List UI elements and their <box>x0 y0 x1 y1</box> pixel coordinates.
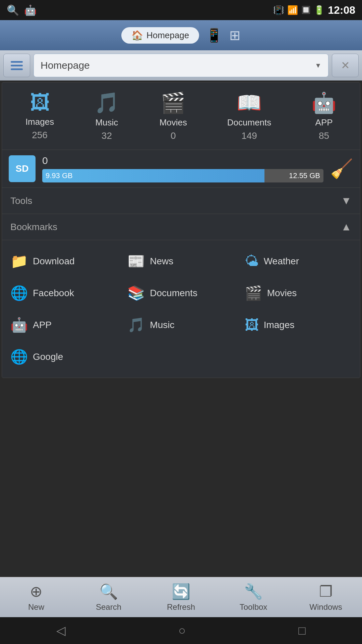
home-icon: 🏠 <box>131 30 143 41</box>
category-movies[interactable]: 🎬 Movies 0 <box>160 91 187 141</box>
toolbox-label: Toolbox <box>240 602 267 612</box>
home-button[interactable]: ○ <box>178 624 186 638</box>
battery-icon: 🔋 <box>314 5 324 15</box>
search-nav-icon: 🔍 <box>99 583 118 600</box>
storage-section: SD 0 9.93 GB 12.55 GB 🧹 <box>2 150 360 188</box>
recents-button[interactable]: □ <box>298 624 306 638</box>
nav-windows[interactable]: ❐ Windows <box>296 583 356 612</box>
url-text: Homepage <box>41 60 90 71</box>
windows-icon: ❐ <box>319 583 333 600</box>
broom-icon[interactable]: 🧹 <box>330 158 353 180</box>
main-content: 🖼 Images 256 🎵 Music 32 🎬 Movies 0 📖 Doc… <box>2 82 360 378</box>
storage-count: 0 <box>42 155 323 166</box>
storage-labels: 9.93 GB 12.55 GB <box>42 169 323 182</box>
bookmark-download[interactable]: 📁 Download <box>7 247 121 275</box>
nav-search[interactable]: 🔍 Search <box>78 583 139 612</box>
storage-info: 0 9.93 GB 12.55 GB <box>42 155 323 182</box>
bookmark-images[interactable]: 🖼 Images <box>241 311 355 339</box>
facebook-icon: 🌐 <box>10 285 28 301</box>
storage-total-text: 12.55 GB <box>289 171 320 180</box>
movies-icon: 🎬 <box>161 91 186 115</box>
menu-lines-icon <box>11 61 23 70</box>
bookmark-movies[interactable]: 🎬 Movies <box>241 279 355 307</box>
tools-section[interactable]: Tools ▼ <box>2 188 360 214</box>
address-bar: Homepage ▼ ✕ <box>0 50 362 80</box>
bookmark-facebook[interactable]: 🌐 Facebook <box>7 279 121 307</box>
facebook-label: Facebook <box>33 288 74 299</box>
nav-toolbox[interactable]: 🔧 Toolbox <box>223 583 284 612</box>
toolbox-icon: 🔧 <box>244 583 263 600</box>
news-icon: 📰 <box>127 253 145 269</box>
google-icon: 🌐 <box>10 348 28 365</box>
category-app[interactable]: 🤖 APP 85 <box>311 91 337 141</box>
news-label: News <box>150 256 173 267</box>
app-bm-icon: 🤖 <box>10 317 28 333</box>
download-label: Download <box>33 256 75 267</box>
close-icon: ✕ <box>341 59 350 72</box>
search-icon: 🔍 <box>7 4 19 16</box>
categories-grid: 🖼 Images 256 🎵 Music 32 🎬 Movies 0 📖 Doc… <box>2 83 360 150</box>
music-bm-icon: 🎵 <box>127 317 145 333</box>
refresh-label: Refresh <box>167 602 195 612</box>
bookmark-app[interactable]: 🤖 APP <box>7 311 121 339</box>
movies-label: Movies <box>160 117 187 128</box>
category-images[interactable]: 🖼 Images 256 <box>25 91 54 141</box>
category-documents[interactable]: 📖 Documents 149 <box>227 91 272 141</box>
bookmarks-label: Bookmarks <box>10 222 57 232</box>
sd-card-icon: SD <box>9 155 36 182</box>
nav-new[interactable]: ⊕ New <box>6 583 66 612</box>
tools-chevron-icon: ▼ <box>341 195 352 207</box>
homepage-tab-label: Homepage <box>146 30 189 41</box>
documents-label: Documents <box>227 117 272 128</box>
bottom-nav: ⊕ New 🔍 Search 🔄 Refresh 🔧 Toolbox ❐ Win… <box>0 577 362 617</box>
url-dropdown-icon: ▼ <box>315 62 321 69</box>
status-time: 12:08 <box>328 4 355 16</box>
bookmarks-header[interactable]: Bookmarks ▲ <box>2 214 360 240</box>
bookmarks-chevron-icon: ▲ <box>341 221 352 233</box>
new-label: New <box>28 602 44 612</box>
weather-icon: 🌤 <box>245 253 259 269</box>
status-icons-left: 🔍 🤖 <box>7 4 37 16</box>
documents-bm-label: Documents <box>150 288 197 299</box>
music-icon: 🎵 <box>94 91 119 115</box>
signal-icon: 🔲 <box>301 6 310 14</box>
movies-bm-icon: 🎬 <box>245 285 262 301</box>
wifi-icon: 📶 <box>287 5 298 15</box>
phone-tab-icon[interactable]: 📱 <box>206 28 223 43</box>
refresh-icon: 🔄 <box>172 583 190 600</box>
bookmark-news[interactable]: 📰 News <box>124 247 238 275</box>
bookmark-music[interactable]: 🎵 Music <box>124 311 238 339</box>
images-count: 256 <box>32 130 48 141</box>
back-button[interactable]: ◁ <box>56 624 66 638</box>
weather-label: Weather <box>264 256 299 267</box>
grid-tab-icon[interactable]: ⊞ <box>229 28 241 43</box>
vibrate-icon: 📳 <box>273 5 284 15</box>
android-icon: 🤖 <box>24 4 37 16</box>
google-label: Google <box>33 352 63 362</box>
menu-button[interactable] <box>3 54 30 77</box>
app-bm-label: APP <box>33 320 52 330</box>
images-icon: 🖼 <box>30 91 50 114</box>
tab-bar: 🏠 Homepage 📱 ⊞ <box>0 20 362 50</box>
new-icon: ⊕ <box>30 583 43 600</box>
bookmarks-grid: 📁 Download 📰 News 🌤 Weather 🌐 Facebook 📚… <box>2 240 360 378</box>
images-label: Images <box>25 117 54 127</box>
status-icons-right: 📳 📶 🔲 🔋 12:08 <box>273 4 355 16</box>
movies-bm-label: Movies <box>267 288 297 299</box>
storage-used-text: 9.93 GB <box>46 171 73 180</box>
homepage-tab[interactable]: 🏠 Homepage <box>121 27 199 44</box>
close-button[interactable]: ✕ <box>332 54 359 77</box>
bookmark-google[interactable]: 🌐 Google <box>7 342 121 371</box>
status-bar: 🔍 🤖 📳 📶 🔲 🔋 12:08 <box>0 0 362 20</box>
bookmark-weather[interactable]: 🌤 Weather <box>241 247 355 275</box>
storage-bar: 9.93 GB 12.55 GB <box>42 169 323 182</box>
category-music[interactable]: 🎵 Music 32 <box>94 91 119 141</box>
sd-label: SD <box>16 163 29 174</box>
url-bar[interactable]: Homepage ▼ <box>34 54 328 77</box>
music-count: 32 <box>102 130 112 141</box>
bookmark-documents[interactable]: 📚 Documents <box>124 279 238 307</box>
music-bm-label: Music <box>150 320 174 330</box>
documents-bm-icon: 📚 <box>127 285 145 301</box>
images-bm-icon: 🖼 <box>245 317 259 333</box>
nav-refresh[interactable]: 🔄 Refresh <box>151 583 211 612</box>
